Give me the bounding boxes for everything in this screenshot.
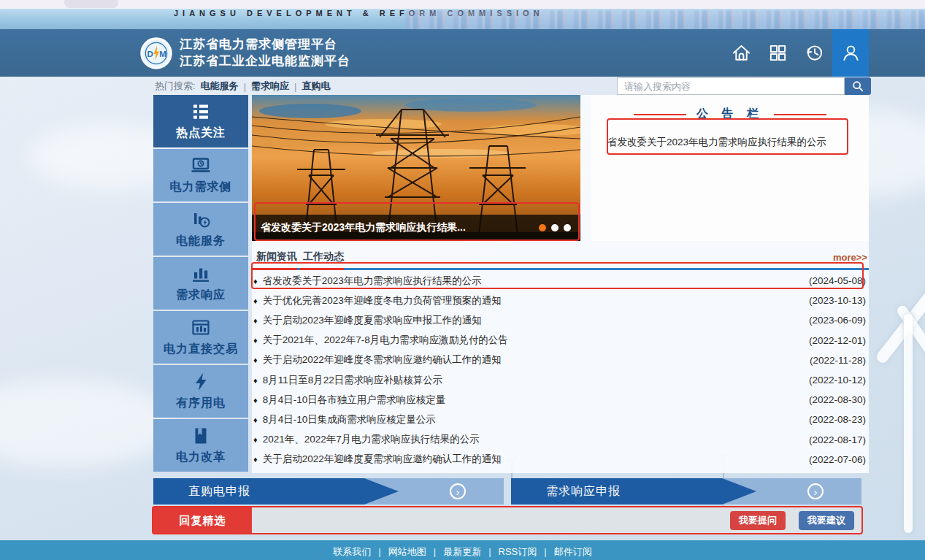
- news-item-date: (2022-11-28): [810, 355, 866, 366]
- separator: |: [488, 546, 491, 557]
- cloud-decor: [0, 380, 175, 467]
- go-arrow-button[interactable]: ›: [807, 483, 824, 499]
- news-item-title[interactable]: 省发改委关于2023年电力需求响应执行结果的公示: [263, 275, 809, 288]
- bullet-icon: ♦: [253, 455, 258, 464]
- footer-link-contact[interactable]: 联系我们: [333, 546, 371, 557]
- go-arrow-button[interactable]: ›: [450, 483, 466, 499]
- news-item-date: (2022-10-12): [809, 375, 866, 386]
- search-icon: [852, 80, 864, 92]
- news-item[interactable]: ♦ 关于启动2022年迎峰度夏需求响应邀约确认工作的通知 (2022-07-06…: [252, 450, 869, 469]
- footer-link-email-subscribe[interactable]: 邮件订阅: [554, 546, 592, 557]
- energy-gauge-icon: [191, 210, 211, 230]
- suggestion-button[interactable]: 我要建议: [799, 511, 854, 530]
- more-link[interactable]: more>>: [833, 252, 867, 263]
- user-icon[interactable]: [832, 29, 869, 77]
- banner-arrow-shape: 直购电申报: [153, 478, 399, 505]
- news-item[interactable]: ♦ 关于启动2022年迎峰度冬需求响应邀约确认工作的通知 (2022-11-28…: [252, 350, 869, 370]
- carousel-caption[interactable]: 省发改委关于2023年电力需求响应执行结果...: [252, 215, 580, 241]
- bullet-icon: ♦: [253, 435, 258, 444]
- separator: |: [244, 81, 246, 92]
- search-input[interactable]: [617, 77, 845, 95]
- hot-link-direct-purchase[interactable]: 直购电: [302, 80, 330, 93]
- demand-response-apply-banner[interactable]: 需求响应申报 ›: [511, 478, 861, 505]
- sidebar-item-energy-service[interactable]: 电能服务: [153, 203, 248, 256]
- sidebar-item-orderly-power-use[interactable]: 有序用电: [153, 365, 248, 418]
- history-icon[interactable]: [796, 29, 832, 77]
- top-english-banner: JIANGSU DEVELOPMENT & REFORM COMMISSION: [0, 9, 925, 29]
- carousel[interactable]: 省发改委关于2023年电力需求响应执行结果...: [252, 95, 580, 241]
- news-item-date: (2023-10-13): [809, 295, 866, 306]
- bullet-icon: ♦: [253, 336, 258, 345]
- sidebar-item-label: 电力改革: [176, 450, 226, 465]
- apps-grid-icon[interactable]: [759, 29, 796, 77]
- banner-label: 直购电申报: [188, 484, 250, 499]
- bullet-icon: ♦: [253, 356, 258, 364]
- sidebar-item-label: 电能服务: [176, 234, 226, 249]
- sidebar-item-power-demand-side[interactable]: 电力需求侧: [153, 149, 248, 202]
- news-item-title[interactable]: 关于优化完善2023年迎峰度冬电力负荷管理预案的通知: [263, 294, 809, 307]
- site-logo-icon: D M: [140, 37, 172, 69]
- tab-work-updates[interactable]: 工作动态: [303, 250, 344, 264]
- news-item[interactable]: ♦ 8月4日-10日各市独立用户需求响应核定量 (2022-08-30): [252, 390, 869, 410]
- sidebar-item-power-reform[interactable]: 电力改革: [153, 419, 248, 472]
- bullet-icon: ♦: [253, 415, 258, 424]
- ask-question-button[interactable]: 我要提问: [730, 511, 786, 530]
- separator: |: [294, 81, 296, 92]
- footer-link-rss[interactable]: RSS订阅: [499, 546, 537, 557]
- news-item-date: (2022-08-17): [809, 434, 866, 445]
- carousel-dot[interactable]: [539, 224, 546, 231]
- monitor-clock-icon: [191, 156, 211, 176]
- news-item-title[interactable]: 关于启动2022年迎峰度冬需求响应邀约确认工作的通知: [263, 353, 810, 367]
- brand: D M 江苏省电力需求侧管理平台 江苏省工业企业电能监测平台: [140, 29, 350, 77]
- carousel-dot[interactable]: [564, 224, 571, 231]
- main-header: D M 江苏省电力需求侧管理平台 江苏省工业企业电能监测平台: [0, 29, 925, 77]
- lightning-icon: [191, 372, 211, 392]
- news-item-title[interactable]: 8月11日至8月22日需求响应补贴核算公示: [263, 374, 809, 387]
- news-list: ♦ 省发改委关于2023年电力需求响应执行结果的公示 (2024-05-08) …: [252, 271, 869, 469]
- news-item[interactable]: ♦ 8月4日-10日集成商需求响应核定量公示 (2022-08-23): [252, 410, 869, 429]
- decor-line: [634, 114, 686, 115]
- bullet-icon: ♦: [253, 376, 258, 385]
- news-item-date: (2022-08-23): [809, 414, 866, 425]
- bar-chart-icon: [191, 264, 211, 284]
- news-item[interactable]: ♦ 8月11日至8月22日需求响应补贴核算公示 (2022-10-12): [252, 370, 869, 390]
- carousel-caption-text: 省发改委关于2023年电力需求响应执行结果...: [261, 221, 466, 234]
- news-item-date: (2022-07-06): [809, 454, 866, 465]
- news-item[interactable]: ♦ 关于优化完善2023年迎峰度冬电力负荷管理预案的通知 (2023-10-13…: [252, 291, 869, 310]
- news-item-title[interactable]: 2021年、2022年7月电力需求响应执行结果的公示: [263, 433, 809, 446]
- news-item[interactable]: ♦ 关于启动2023年迎峰度夏需求响应申报工作的通知 (2023-06-09): [252, 310, 869, 330]
- footer-link-latest-updates[interactable]: 最新更新: [443, 546, 481, 557]
- news-item-title[interactable]: 8月4日-10日各市独立用户需求响应核定量: [263, 394, 809, 407]
- separator: |: [378, 546, 380, 557]
- bullet-icon: ♦: [253, 316, 258, 325]
- news-item-title[interactable]: 8月4日-10日集成商需求响应核定量公示: [263, 413, 809, 426]
- trade-window-icon: [191, 318, 211, 338]
- announcement-board-title: 公 告 栏: [696, 107, 764, 122]
- news-item-title[interactable]: 关于启动2022年迎峰度夏需求响应邀约确认工作的通知: [263, 453, 809, 466]
- direct-purchase-apply-banner[interactable]: 直购电申报 ›: [153, 478, 504, 505]
- separator: |: [434, 546, 436, 557]
- news-item[interactable]: ♦ 关于2021年、2022年7-8月电力需求响应激励兑付的公告 (2022-1…: [252, 331, 869, 350]
- news-section: 新闻资讯 工作动态 more>> ♦ 省发改委关于2023年电力需求响应执行结果…: [252, 250, 869, 268]
- announcement-item[interactable]: 省发改委关于2023年电力需求响应执行结果的公示: [607, 135, 854, 150]
- sidebar-item-hot-topics[interactable]: 热点关注: [153, 95, 248, 147]
- carousel-dot[interactable]: [551, 224, 559, 231]
- announcement-board: 公 告 栏 省发改委关于2023年电力需求响应执行结果的公示: [591, 95, 869, 241]
- hot-list-icon: [191, 101, 211, 122]
- apply-banner-row: 直购电申报 › 需求响应申报 ›: [0, 478, 925, 505]
- search-button[interactable]: [845, 77, 871, 95]
- news-item[interactable]: ♦ 省发改委关于2023年电力需求响应执行结果的公示 (2024-05-08): [252, 271, 869, 291]
- news-item[interactable]: ♦ 2021年、2022年7月电力需求响应执行结果的公示 (2022-08-17…: [252, 430, 869, 450]
- home-icon[interactable]: [723, 29, 759, 77]
- news-item-title[interactable]: 关于启动2023年迎峰度夏需求响应申报工作的通知: [263, 314, 809, 327]
- sidebar-item-demand-response[interactable]: 需求响应: [153, 257, 248, 310]
- footer-link-sitemap[interactable]: 网站地图: [388, 546, 426, 557]
- page: JIANGSU DEVELOPMENT & REFORM COMMISSION …: [0, 0, 925, 560]
- sidebar-item-direct-power-trading[interactable]: 电力直接交易: [153, 311, 248, 364]
- city-skyline-decor: [405, 10, 925, 29]
- hot-link-energy-service[interactable]: 电能服务: [201, 80, 239, 93]
- hot-link-demand-response[interactable]: 需求响应: [251, 80, 289, 93]
- tab-news[interactable]: 新闻资讯: [256, 250, 297, 264]
- news-item-title[interactable]: 关于2021年、2022年7-8月电力需求响应激励兑付的公告: [263, 334, 809, 347]
- browser-tab-remnant: [64, 0, 118, 8]
